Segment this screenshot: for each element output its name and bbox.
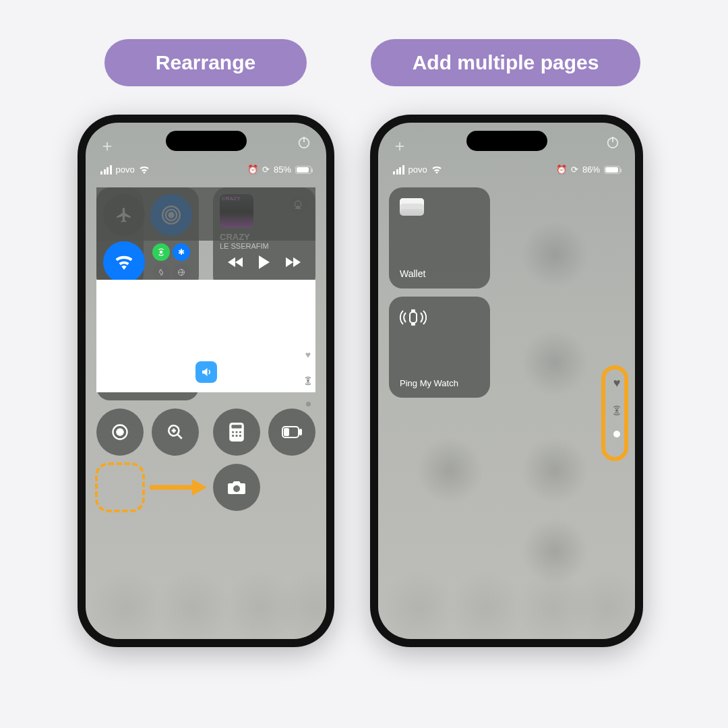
phone-left: ＋ povo ⏰ ⟳ 85% [78, 115, 334, 647]
screen-record-button[interactable] [96, 408, 144, 456]
phone-right: ＋ povo ⏰ ⟳ 86% Wallet [370, 115, 643, 647]
rotation-indicator-icon: ⟳ [262, 164, 270, 175]
power-button[interactable] [605, 135, 620, 150]
page-indicator-highlight [601, 365, 628, 461]
page-dot [306, 402, 311, 406]
cellular-bars-icon [100, 165, 112, 175]
carrier-label: povo [408, 164, 427, 175]
svg-point-22 [232, 435, 234, 437]
wallet-tile[interactable]: Wallet [389, 187, 490, 289]
blurred-tile [514, 322, 595, 403]
status-bar: povo ⏰ ⟳ 85% [86, 164, 326, 179]
prev-track-button[interactable] [228, 257, 243, 268]
rotation-indicator-icon: ⟳ [571, 164, 578, 175]
svg-rect-33 [410, 312, 417, 323]
svg-rect-34 [411, 309, 415, 312]
wallet-label: Wallet [400, 268, 425, 279]
page-indicator[interactable]: ♥ [303, 349, 313, 406]
svg-rect-18 [231, 425, 241, 428]
svg-rect-26 [300, 429, 301, 435]
wifi-icon [139, 166, 150, 174]
alarm-icon: ⏰ [247, 164, 258, 175]
wifi-toggle[interactable] [103, 241, 145, 283]
next-track-button[interactable] [286, 257, 301, 268]
cellular-bars-icon [393, 165, 404, 175]
battery-icon [295, 166, 311, 174]
play-button[interactable] [258, 255, 270, 269]
svg-point-23 [235, 435, 237, 437]
svg-point-30 [307, 380, 309, 382]
blurred-tile [409, 430, 490, 511]
add-pages-label-pill: Add multiple pages [371, 39, 640, 86]
battery-icon [604, 166, 620, 174]
ping-watch-icon [400, 307, 479, 328]
heart-page-icon: ♥ [305, 349, 311, 360]
calculator-button[interactable] [213, 408, 260, 456]
blurred-tile [514, 430, 595, 511]
svg-point-24 [239, 435, 241, 437]
wallet-icon [400, 198, 424, 216]
add-control-button[interactable]: ＋ [99, 135, 115, 156]
svg-line-14 [177, 434, 182, 439]
bluetooth-toggle[interactable]: ✱ [173, 243, 190, 261]
svg-rect-27 [284, 429, 289, 435]
drag-source-placeholder [95, 462, 145, 512]
connectivity-page-icon [303, 376, 313, 386]
power-button[interactable] [297, 135, 311, 150]
hotspot-toggle[interactable] [152, 264, 170, 281]
dynamic-island [466, 131, 547, 151]
alarm-icon: ⏰ [556, 164, 567, 175]
carrier-label: povo [116, 164, 135, 175]
blurred-tile [514, 511, 595, 592]
ping-watch-tile[interactable]: Ping My Watch [389, 297, 490, 398]
drag-arrow-icon [149, 477, 208, 497]
status-bar: povo ⏰ ⟳ 86% [378, 164, 635, 179]
blurred-tile [514, 214, 595, 295]
ping-watch-label: Ping My Watch [400, 378, 458, 388]
more-connectivity[interactable]: ✱ [150, 241, 192, 283]
svg-point-28 [233, 485, 240, 492]
svg-point-5 [160, 251, 162, 253]
svg-point-20 [235, 431, 237, 433]
battery-percent: 85% [274, 164, 291, 175]
add-control-button[interactable]: ＋ [392, 135, 408, 156]
svg-point-12 [117, 429, 123, 435]
rearrange-label-pill: Rearrange [104, 39, 307, 86]
dynamic-island [166, 131, 247, 151]
svg-rect-35 [411, 323, 415, 326]
camera-button[interactable] [213, 464, 260, 511]
svg-point-21 [239, 431, 241, 433]
artist-name: LE SSERAFIM [220, 242, 309, 250]
svg-point-19 [232, 431, 234, 433]
vpn-toggle[interactable] [173, 264, 190, 281]
battery-percent: 86% [582, 164, 600, 175]
magnifier-button[interactable] [152, 408, 199, 456]
low-power-button[interactable] [268, 408, 315, 456]
wifi-icon [431, 166, 442, 174]
cellular-data-toggle[interactable] [152, 243, 170, 261]
